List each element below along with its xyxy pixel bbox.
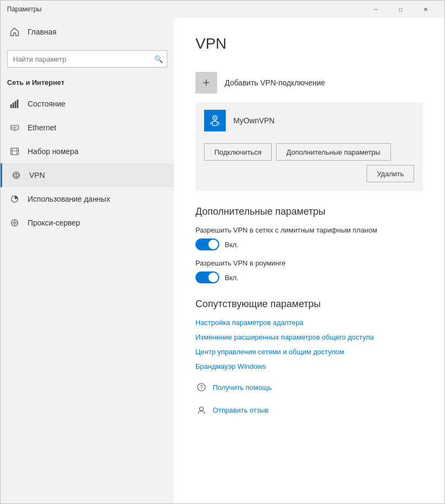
vpn-sidebar-icon — [11, 170, 22, 181]
window-title: Параметры — [7, 5, 363, 13]
sidebar-item-status[interactable]: Состояние — [1, 92, 174, 116]
sidebar-item-ethernet[interactable]: Ethernet — [1, 116, 174, 140]
sidebar-item-vpn[interactable]: VPN — [1, 163, 174, 187]
sidebar-label-status: Состояние — [28, 100, 66, 108]
sidebar-label-proxy: Прокси-сервер — [28, 218, 80, 227]
data-usage-icon — [9, 194, 20, 204]
sidebar-home-label: Главная — [28, 28, 56, 36]
sidebar-item-data-usage[interactable]: Использование данных — [1, 187, 174, 211]
main-content: Главная 🔍 Сеть и Интернет — [1, 18, 444, 503]
vpn-item-actions: Подключиться Дополнительные параметры Уд… — [195, 139, 423, 191]
search-input[interactable] — [7, 50, 167, 68]
title-bar-controls: ─ □ ✕ — [363, 1, 438, 18]
sidebar-item-dialup[interactable]: Набор номера — [1, 140, 174, 163]
toggle-row-metered: Вкл. — [195, 238, 423, 250]
title-bar: Параметры ─ □ ✕ — [1, 1, 444, 18]
setting1-label: Разрешить VPN в сетях с лимитным тарифны… — [195, 226, 423, 234]
minimize-button[interactable]: ─ — [363, 1, 388, 18]
svg-rect-9 — [11, 148, 18, 155]
link-network-center[interactable]: Центр управления сетями и общим доступом — [195, 348, 423, 356]
svg-rect-0 — [10, 104, 12, 108]
settings-window: Параметры ─ □ ✕ Главная 🔍 — [0, 0, 445, 504]
add-vpn-button[interactable]: + Добавить VPN-подключение — [195, 65, 423, 100]
setting-row-metered: Разрешить VPN в сетях с лимитным тарифны… — [195, 226, 423, 250]
svg-point-29 — [200, 407, 204, 411]
feedback-row: Отправить отзыв — [195, 404, 423, 416]
svg-rect-3 — [17, 100, 18, 108]
vpn-connection-item: MyOwnVPN Подключиться Дополнительные пар… — [195, 102, 423, 191]
svg-line-24 — [212, 123, 213, 125]
sidebar-label-vpn: VPN — [29, 171, 45, 180]
svg-point-23 — [214, 117, 216, 119]
svg-rect-4 — [11, 125, 18, 130]
add-vpn-icon: + — [195, 72, 217, 94]
dialup-icon — [9, 146, 20, 157]
sidebar-label-dialup: Набор номера — [28, 147, 78, 156]
help-link[interactable]: Получить помощь — [213, 383, 272, 392]
link-firewall[interactable]: Брандмауэр Windows — [195, 362, 423, 370]
page-title: VPN — [195, 35, 423, 52]
connect-button[interactable]: Подключиться — [204, 143, 272, 161]
advanced-section-title: Дополнительные параметры — [195, 206, 423, 217]
feedback-link[interactable]: Отправить отзыв — [213, 406, 269, 414]
svg-point-17 — [14, 222, 16, 224]
search-icon: 🔍 — [154, 55, 163, 63]
svg-rect-2 — [15, 101, 16, 108]
sidebar-label-data-usage: Использование данных — [28, 195, 110, 203]
home-icon — [9, 26, 20, 37]
sidebar-label-ethernet: Ethernet — [28, 123, 56, 132]
sidebar-search-container: 🔍 — [7, 50, 167, 68]
vpn-item-icon — [204, 110, 226, 131]
help-icon: ? — [195, 381, 207, 393]
feedback-icon — [195, 404, 207, 416]
maximize-button[interactable]: □ — [388, 1, 413, 18]
toggle-metered-text: Вкл. — [225, 241, 239, 249]
vpn-item-header: MyOwnVPN — [195, 102, 423, 139]
sidebar: Главная 🔍 Сеть и Интернет — [1, 18, 174, 503]
link-adapter-settings[interactable]: Настройка параметров адаптера — [195, 319, 423, 327]
toggle-roaming[interactable] — [195, 271, 219, 283]
svg-text:?: ? — [200, 384, 203, 390]
advanced-settings-button[interactable]: Дополнительные параметры — [276, 143, 391, 161]
sidebar-item-home[interactable]: Главная — [1, 18, 174, 46]
svg-rect-1 — [12, 103, 14, 108]
link-sharing-settings[interactable]: Изменение расширенных параметров общего … — [195, 333, 423, 341]
toggle-roaming-text: Вкл. — [225, 274, 239, 282]
ethernet-icon — [9, 122, 20, 133]
setting2-label: Разрешить VPN в роуминге — [195, 259, 423, 267]
help-row: ? Получить помощь — [195, 381, 423, 393]
sidebar-section-title: Сеть и Интернет — [1, 76, 174, 92]
plus-icon: + — [203, 77, 210, 89]
sidebar-item-proxy[interactable]: Прокси-сервер — [1, 211, 174, 235]
toggle-metered[interactable] — [195, 238, 219, 250]
main-panel: VPN + Добавить VPN-подключение — [174, 18, 444, 503]
status-icon — [9, 98, 20, 109]
svg-line-25 — [217, 123, 218, 125]
related-section-title: Сопутствующие параметры — [195, 299, 423, 310]
toggle-row-roaming: Вкл. — [195, 271, 423, 283]
proxy-icon — [9, 217, 20, 228]
close-button[interactable]: ✕ — [413, 1, 438, 18]
vpn-primary-buttons: Подключиться Дополнительные параметры — [204, 143, 414, 161]
add-vpn-label: Добавить VPN-подключение — [225, 78, 325, 87]
setting-row-roaming: Разрешить VPN в роуминге Вкл. — [195, 259, 423, 283]
vpn-connection-name: MyOwnVPN — [233, 116, 274, 125]
delete-button[interactable]: Удалить — [367, 165, 414, 182]
